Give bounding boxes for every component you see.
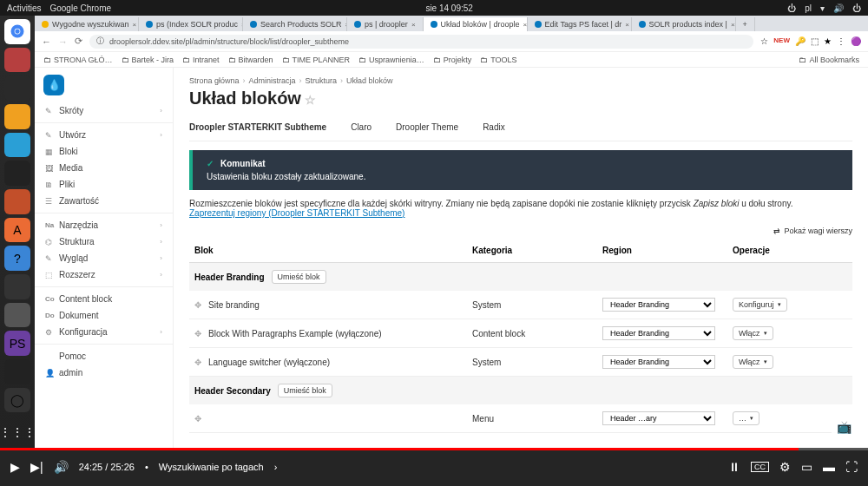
ext-icon[interactable]: ★	[824, 36, 832, 46]
theater-icon[interactable]: ▬	[823, 460, 835, 474]
close-icon[interactable]: ×	[731, 21, 735, 29]
chrome-label[interactable]: Google Chrome	[49, 3, 111, 13]
browser-tab[interactable]: Edit Tags PS facet | dr×	[528, 17, 632, 31]
place-block-button[interactable]: Umieść blok	[278, 384, 332, 397]
back-icon[interactable]: ←	[42, 36, 51, 47]
breadcrumb-item[interactable]: Układ bloków	[346, 76, 393, 85]
star-icon[interactable]: ☆	[305, 93, 316, 107]
play-icon[interactable]: ▶	[10, 460, 20, 474]
progress-bar[interactable]	[0, 448, 868, 450]
miniplayer-icon[interactable]: ▭	[801, 460, 812, 474]
region-select[interactable]: Header Branding	[602, 298, 715, 312]
settings-icon[interactable]: ⚙	[779, 460, 791, 474]
sidebar-item[interactable]: 👤admin	[35, 364, 173, 381]
avatar[interactable]: 🟣	[851, 36, 861, 46]
volume-icon[interactable]: 🔊	[54, 460, 69, 474]
browser-tab[interactable]: Wygodne wyszukiwan×	[35, 17, 139, 31]
fullscreen-icon[interactable]: ⛶	[845, 460, 858, 474]
ext-icon[interactable]: ⬚	[811, 36, 819, 46]
sidebar-item[interactable]: ⌬Struktura›	[35, 233, 173, 250]
sidebar-item[interactable]: ▦Bloki	[35, 143, 173, 160]
ext-icon[interactable]: ⋮	[837, 36, 845, 46]
bookmark-item[interactable]: 🗀Bartek - Jira	[122, 56, 174, 64]
browser-tab[interactable]: Układ bloków | droople×	[424, 17, 528, 31]
ext-icon[interactable]: ☆	[760, 36, 768, 46]
autoplay-toggle[interactable]: ⏸	[728, 460, 740, 474]
youtube-watermark[interactable]: 📺	[832, 417, 856, 437]
dock-app-8[interactable]: ?	[4, 246, 30, 271]
dock-app-4[interactable]	[4, 133, 30, 158]
sidebar-item[interactable]: 🗎Pliki	[35, 176, 173, 193]
operation-button[interactable]: Włącz ▾	[733, 326, 773, 340]
dock-app-2[interactable]	[4, 76, 30, 101]
theme-tab[interactable]: Droopler Theme	[396, 122, 458, 132]
forward-icon[interactable]: →	[58, 36, 68, 47]
lang-indicator[interactable]: pl	[805, 3, 812, 13]
region-select[interactable]: Header Branding	[602, 326, 715, 340]
close-icon[interactable]: ×	[132, 21, 136, 29]
activities-label[interactable]: Activities	[7, 3, 41, 13]
theme-tab[interactable]: Droopler STARTERKIT Subtheme	[189, 122, 326, 132]
drupal-logo-icon[interactable]: 💧	[43, 75, 64, 95]
dock-app-3[interactable]	[4, 104, 30, 129]
sidebar-item[interactable]: ⚙Konfiguracja›	[35, 324, 173, 340]
power-icon[interactable]: ⏻	[852, 3, 861, 13]
chevron-right-icon[interactable]: ›	[274, 462, 278, 472]
sidebar-item[interactable]: ☰Zawartość	[35, 193, 173, 209]
theme-tab[interactable]: Radix	[483, 122, 505, 132]
show-apps-icon[interactable]: ⋮⋮⋮	[4, 419, 30, 444]
sidebar-item[interactable]: ✎Wygląd›	[35, 250, 173, 266]
dock-app-11[interactable]	[4, 359, 30, 384]
wifi-icon[interactable]: ▾	[820, 3, 825, 13]
bookmark-item[interactable]: 🗀TIME PLANNER	[282, 56, 351, 64]
sidebar-item[interactable]: ⬚Rozszerz›	[35, 266, 173, 283]
breadcrumb-item[interactable]: Struktura	[306, 76, 338, 85]
drag-handle-icon[interactable]: ✥	[194, 358, 201, 367]
theme-tab[interactable]: Claro	[351, 122, 372, 132]
present-regions-link[interactable]: Zaprezentuj regiony (Droopler STARTERKIT…	[189, 208, 404, 218]
close-icon[interactable]: ×	[411, 21, 416, 29]
new-tab-button[interactable]: +	[736, 17, 755, 31]
obs-icon[interactable]: ◯	[4, 388, 30, 413]
sidebar-item[interactable]: Pomoc	[35, 348, 173, 364]
url-input[interactable]: ⓘdrooplersolr.ddev.site/pl/admin/structu…	[89, 35, 753, 49]
bookmark-item[interactable]: 🗀STRONA GŁÓ…	[43, 56, 113, 64]
drag-handle-icon[interactable]: ✥	[194, 300, 201, 310]
bookmark-item[interactable]: 🗀Usprawnienia…	[358, 56, 424, 64]
operation-button[interactable]: … ▾	[733, 411, 760, 425]
drag-handle-icon[interactable]: ✥	[194, 329, 201, 338]
dock-app-9[interactable]	[4, 274, 30, 299]
dock-app-1[interactable]	[4, 48, 30, 73]
dock-app-7[interactable]: A	[4, 218, 30, 243]
operation-button[interactable]: Konfiguruj ▾	[733, 298, 787, 312]
dock-app-10[interactable]	[4, 303, 30, 328]
cc-icon[interactable]: CC	[751, 462, 769, 472]
sidebar-item[interactable]: ✎Skróty›	[35, 102, 173, 119]
close-icon[interactable]: ×	[523, 21, 527, 29]
bookmark-item[interactable]: 🗀TOOLS	[480, 56, 516, 64]
phpstorm-icon[interactable]: PS	[4, 331, 30, 356]
browser-tab[interactable]: Search Products SOLR×	[243, 17, 347, 31]
region-select[interactable]: Header Branding	[602, 355, 715, 369]
sidebar-item[interactable]: ✎Utwórz›	[35, 127, 173, 143]
bookmark-item[interactable]: 🗀Projekty	[433, 56, 472, 64]
dock-app-6[interactable]	[4, 189, 30, 214]
bookmark-item[interactable]: 🗀Intranet	[182, 56, 220, 64]
close-icon[interactable]: ×	[625, 21, 629, 29]
operation-button[interactable]: Włącz ▾	[733, 355, 773, 369]
breadcrumb-item[interactable]: Strona główna	[189, 76, 240, 85]
region-select[interactable]: Header …ary	[602, 411, 715, 425]
ext-icon[interactable]: 🔑	[795, 36, 806, 46]
bookmark-item[interactable]: 🗀Bitwarden	[228, 56, 273, 64]
sidebar-item[interactable]: CoContent block	[35, 291, 173, 307]
show-weights-toggle[interactable]: ⇄Pokaż wagi wierszy	[189, 227, 852, 235]
status-icon[interactable]: ⏻	[787, 3, 796, 13]
ext-icon[interactable]: NEW	[773, 36, 790, 46]
sidebar-item[interactable]: NaNarzędzia›	[35, 217, 173, 233]
place-block-button[interactable]: Umieść blok	[272, 270, 326, 284]
drag-handle-icon[interactable]: ✥	[194, 414, 201, 424]
all-bookmarks[interactable]: 🗀All Bookmarks	[799, 56, 859, 64]
breadcrumb-item[interactable]: Administracja	[249, 76, 296, 85]
volume-icon[interactable]: 🔊	[833, 3, 844, 13]
dock-app-5[interactable]	[4, 161, 30, 186]
